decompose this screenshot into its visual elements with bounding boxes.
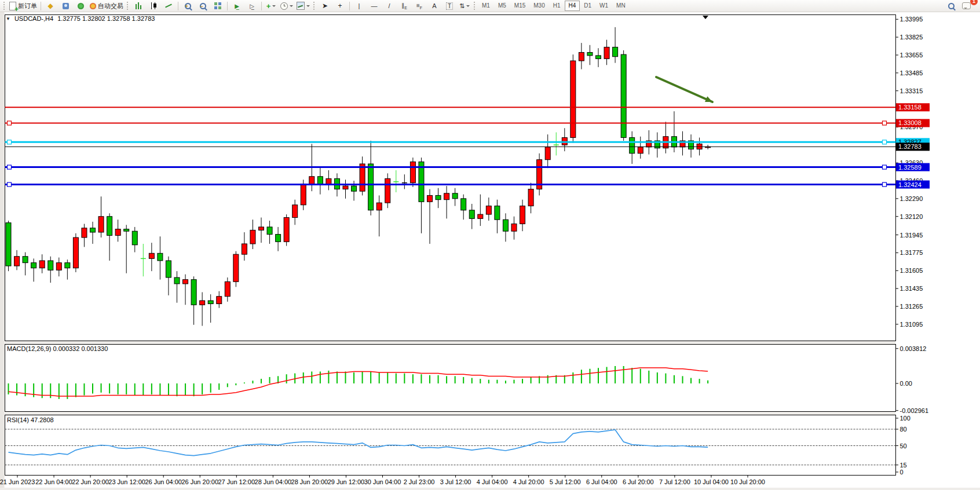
timeframe-button-M30[interactable]: M30 (529, 1, 548, 11)
candle-body (461, 199, 466, 210)
candlestick-chart-button[interactable] (146, 1, 161, 11)
line-handle[interactable] (883, 121, 887, 125)
line-chart-button[interactable] (161, 1, 176, 11)
candle-body (174, 277, 180, 284)
periods-button[interactable] (279, 1, 295, 11)
autotrading-button[interactable]: 自动交易 (88, 1, 125, 11)
price-tag-text: 1.33158 (898, 104, 922, 111)
label-button[interactable]: T (442, 1, 457, 11)
templates-button[interactable] (295, 1, 312, 11)
timeframe-button-H4[interactable]: H4 (565, 1, 580, 11)
candle-body (596, 56, 601, 58)
time-axis-label: 29 Jun 12:00 (328, 478, 365, 485)
cursor-icon: ➤ (322, 2, 328, 10)
pane-splitter (5, 412, 895, 415)
zoom-out-button[interactable]: − (195, 1, 210, 11)
price-axis-label: 1.32290 (900, 195, 923, 202)
search-button[interactable] (944, 1, 959, 11)
candle-body (376, 203, 382, 210)
line-handle[interactable] (883, 165, 887, 169)
chart-shift-button[interactable]: ▷̲ (244, 1, 259, 11)
candle-body (250, 230, 255, 244)
fibonacci-button[interactable]: ≡F (412, 1, 427, 11)
candlestick-icon (150, 2, 157, 9)
candle-body (225, 281, 230, 296)
chat-bubble-icon (962, 2, 971, 9)
line-chart-icon (165, 2, 172, 9)
tile-windows-button[interactable] (210, 1, 225, 11)
auto-scroll-button[interactable]: ▶̲ (229, 1, 244, 11)
line-handle[interactable] (8, 182, 12, 187)
timeframe-button-H1[interactable]: H1 (549, 1, 565, 11)
vertical-line-button[interactable]: | (352, 1, 367, 11)
channel-icon: ∥E (401, 2, 407, 10)
trendline-icon: / (388, 2, 390, 9)
chart-dropdown-icon[interactable]: ▼ (6, 16, 10, 21)
candle-body (528, 189, 533, 206)
signals-button[interactable] (73, 1, 88, 11)
line-handle[interactable] (883, 182, 887, 187)
deposit-button[interactable]: ◆ (43, 1, 58, 11)
horizontal-line-button[interactable]: — (367, 1, 382, 11)
line-handle[interactable] (8, 121, 12, 125)
time-axis-label: 30 Jun 04:00 (364, 478, 401, 485)
candle-body (436, 195, 441, 199)
notifications-button[interactable]: 1 (959, 1, 974, 11)
autotrading-icon (90, 3, 96, 9)
time-axis-label: 28 Jun 20:00 (291, 478, 328, 485)
window-left-edge (0, 12, 5, 490)
candle-body (82, 228, 87, 237)
indicators-button[interactable]: + (264, 1, 279, 11)
candle-body (621, 54, 626, 137)
price-axis-label: 1.31265 (900, 303, 923, 310)
separator (349, 2, 350, 10)
profile-button[interactable] (58, 1, 73, 11)
text-icon: A (432, 2, 436, 9)
line-handle[interactable] (8, 165, 12, 169)
separator (227, 2, 228, 10)
zoom-in-button[interactable]: + (180, 1, 195, 11)
bar-chart-button[interactable] (131, 1, 146, 11)
chart-canvas[interactable]: 1.339951.338251.336551.334851.333151.331… (0, 12, 980, 490)
candle-body (604, 47, 609, 58)
time-axis-label: 28 Jun 04:00 (255, 478, 292, 485)
clock-icon (280, 2, 288, 10)
timeframe-button-M1[interactable]: M1 (478, 1, 494, 11)
toolbar-grip (313, 2, 316, 10)
toolbar-grip (474, 2, 476, 10)
line-handle[interactable] (883, 140, 887, 144)
candle-body (14, 257, 20, 266)
timeframe-button-MN[interactable]: MN (612, 1, 630, 11)
timeframe-bar: M1M5M15M30H1H4D1W1MN (478, 1, 630, 11)
new-order-icon: + (9, 2, 16, 10)
price-axis-label: 1.33315 (900, 87, 923, 94)
timeframe-button-M15[interactable]: M15 (510, 1, 529, 11)
time-axis-label: 3 Jul 12:00 (440, 478, 471, 485)
candle-body (31, 263, 36, 268)
timeframe-button-W1[interactable]: W1 (595, 1, 612, 11)
line-handle[interactable] (8, 140, 12, 144)
timeframe-button-D1[interactable]: D1 (580, 1, 595, 11)
candle-body (638, 147, 643, 153)
arrows-button[interactable]: ⇅ (457, 1, 472, 11)
trendline-button[interactable]: / (382, 1, 397, 11)
time-axis-label: 7 Jul 12:00 (659, 478, 690, 485)
text-button[interactable]: A (427, 1, 442, 11)
notification-badge: 1 (970, 0, 978, 5)
main-price-pane (5, 15, 896, 341)
toolbar-grip (127, 2, 129, 10)
cursor-button[interactable]: ➤ (317, 1, 332, 11)
candle-body (511, 224, 517, 231)
crosshair-button[interactable]: + (332, 1, 348, 11)
candle-body (503, 220, 508, 231)
new-order-button[interactable]: + 新订单 (8, 1, 39, 11)
candle-body (352, 186, 357, 191)
timeframe-button-M5[interactable]: M5 (494, 1, 510, 11)
price-axis-label: 1.33995 (900, 16, 923, 23)
autotrading-label: 自动交易 (98, 2, 123, 10)
candle-body (200, 301, 205, 305)
candle-body (158, 253, 163, 261)
equidistant-channel-button[interactable]: ∥E (397, 1, 412, 11)
price-tag-text: 1.32783 (898, 143, 922, 150)
price-axis-label: 1.33485 (900, 70, 923, 76)
